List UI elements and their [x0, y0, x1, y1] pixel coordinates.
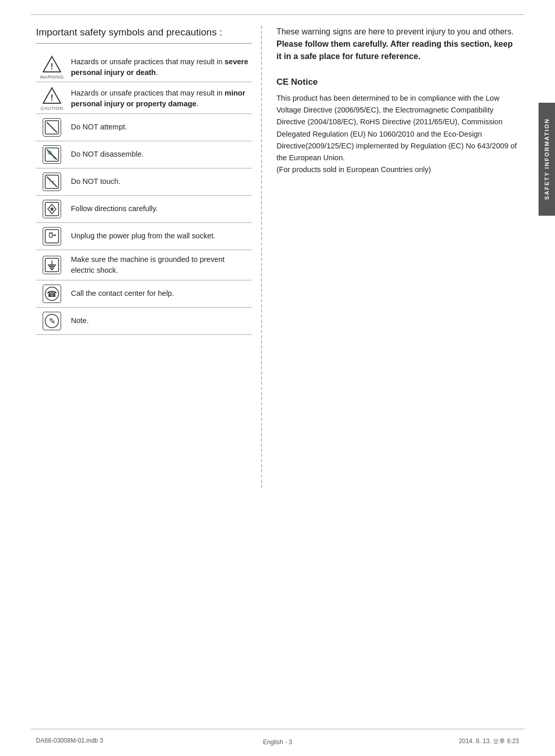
table-row: ✎ Note.: [36, 307, 252, 334]
warning-text-prefix: Hazards or unsafe practices that may res…: [71, 58, 225, 66]
svg-text:!: !: [50, 62, 53, 71]
note-icon: ✎: [43, 312, 61, 330]
intro-text-1: These warning signs are here to prevent …: [276, 27, 514, 36]
no-disassemble-icon: 🔧: [43, 145, 61, 164]
unplug-icon: [43, 227, 61, 245]
caution-row: ! CAUTION Hazards or unsafe practices th…: [36, 82, 252, 114]
warning-label: WARNING: [40, 74, 64, 80]
footer-right: 2014. 8. 13. 오후 6:23: [459, 737, 519, 746]
right-column: These warning signs are here to prevent …: [271, 26, 519, 488]
column-divider: [261, 26, 262, 488]
no-touch-text: Do NOT touch.: [68, 168, 252, 195]
note-text: Note.: [68, 307, 252, 334]
warning-row: ! WARNING Hazards or unsafe practices th…: [36, 51, 252, 82]
contact-text: Call the contact center for help.: [68, 280, 252, 307]
no-disassemble-text: Do NOT disassemble.: [68, 141, 252, 168]
bottom-border: [31, 729, 524, 729]
table-row: Unplug the power plug from the wall sock…: [36, 222, 252, 250]
footer-left: DA68-03008M-01.indb 3: [36, 737, 103, 746]
svg-text:★: ★: [49, 206, 55, 212]
caution-icon: ! CAUTION: [39, 86, 65, 111]
no-touch-icon: ☞: [43, 173, 61, 191]
follow-directions-icon: ★: [43, 200, 61, 218]
top-border: [31, 14, 524, 15]
caution-text-suffix: .: [196, 100, 198, 108]
unplug-text: Unplug the power plug from the wall sock…: [68, 222, 252, 250]
table-row: ☎ Call the contact center for help.: [36, 280, 252, 307]
table-row: ☞ Do NOT touch.: [36, 168, 252, 195]
side-tab-label: SAFETY INFORMATION: [544, 118, 550, 200]
two-column-layout: Important safety symbols and precautions…: [36, 26, 519, 488]
svg-line-5: [47, 122, 57, 133]
ce-notice-title: CE Notice: [276, 77, 519, 87]
footer-center: English - 3: [263, 739, 292, 746]
svg-rect-16: [49, 233, 52, 237]
ground-text: Make sure the machine is grounded to pre…: [68, 250, 252, 280]
table-row: Make sure the machine is grounded to pre…: [36, 250, 252, 280]
svg-text:✎: ✎: [49, 317, 55, 326]
warning-text-suffix: .: [156, 68, 158, 77]
caution-text-prefix: Hazards or unsafe practices that may res…: [71, 89, 225, 97]
side-tab: SAFETY INFORMATION: [539, 103, 555, 216]
svg-text:!: !: [50, 93, 53, 102]
no-attempt-text: Do NOT attempt.: [68, 114, 252, 141]
left-column: Important safety symbols and precautions…: [36, 26, 252, 488]
no-attempt-icon: [43, 118, 61, 137]
svg-text:☎: ☎: [47, 290, 57, 298]
intro-text-2: Please follow them carefully. After read…: [276, 40, 513, 61]
left-heading: Important safety symbols and precautions…: [36, 26, 252, 44]
table-row: Do NOT attempt.: [36, 114, 252, 141]
svg-marker-20: [54, 234, 57, 236]
right-intro: These warning signs are here to prevent …: [276, 26, 519, 63]
warning-icon: ! WARNING: [39, 55, 65, 80]
page-content: Important safety symbols and precautions…: [36, 26, 519, 720]
safety-table: ! WARNING Hazards or unsafe practices th…: [36, 51, 252, 335]
table-row: 🔧 Do NOT disassemble.: [36, 141, 252, 168]
follow-directions-text: Follow directions carefully.: [68, 195, 252, 222]
contact-icon: ☎: [43, 285, 61, 303]
table-row: ★ Follow directions carefully.: [36, 195, 252, 222]
caution-label: CAUTION: [41, 106, 63, 111]
svg-rect-15: [45, 230, 59, 243]
ce-notice-text: This product has been determined to be i…: [276, 92, 519, 176]
ground-icon: [43, 256, 61, 274]
